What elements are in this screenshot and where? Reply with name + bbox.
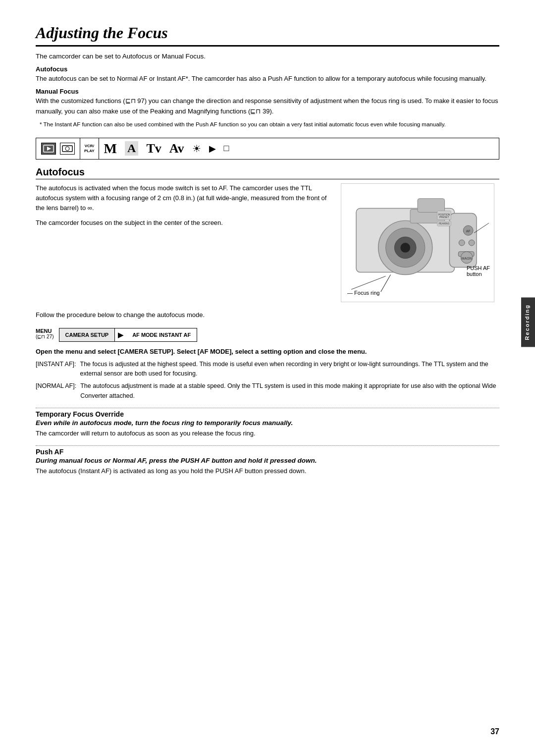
footnote-text: * The Instant AF function can also be us… — [40, 120, 499, 129]
menu-path-box: CAMERA SETUP ▶ AF MODE INSTANT AF — [59, 328, 198, 342]
menu-ref: (⊑⊓ 27) — [36, 334, 54, 339]
autofocus-intro-text: The autofocus can be set to Normal AF or… — [36, 74, 499, 84]
autofocus-body1: The autofocus is activated when the focu… — [36, 183, 331, 213]
camera-diagram: AF POSITION PRESET PEAKING MAGN — [341, 183, 494, 302]
mode-m: M — [104, 141, 117, 157]
autofocus-subhead: Autofocus — [36, 65, 499, 73]
push-af-desc: The autofocus (Instant AF) is activated … — [36, 466, 499, 476]
def-instant-af: [INSTANT AF]: The focus is adjusted at t… — [36, 360, 499, 379]
svg-text:PEAKING: PEAKING — [439, 222, 450, 225]
temp-focus-section: Temporary Focus Override Even while in a… — [36, 408, 499, 438]
def-normal-af: [NORMAL AF]: The autofocus adjustment is… — [36, 381, 499, 401]
temp-focus-bold: Even while in autofocus mode, turn the f… — [36, 419, 499, 427]
temp-focus-desc: The camcorder will return to autofocus a… — [36, 429, 499, 438]
focus-ring-diagram-label: — Focus ring — [347, 290, 379, 296]
intro-text: The camcorder can be set to Autofocus or… — [36, 52, 499, 61]
svg-rect-11 — [418, 199, 445, 213]
autofocus-section-heading: Autofocus — [36, 166, 499, 179]
still-mode-icon — [60, 143, 75, 155]
def-instant-af-term: [INSTANT AF]: — [36, 360, 76, 379]
push-af-diagram-label: PUSH AFbutton — [467, 265, 490, 277]
push-af-bold: During manual focus or Normal AF, press … — [36, 457, 499, 464]
page-number: 37 — [490, 727, 499, 736]
mode-square-icon: □ — [224, 143, 229, 154]
autofocus-body2: The camcorder focuses on the subject in … — [36, 218, 331, 228]
menu-label: MENU — [36, 328, 54, 334]
page-title: Adjusting the Focus — [36, 24, 499, 47]
svg-line-26 — [351, 276, 385, 289]
svg-point-8 — [400, 243, 410, 253]
mode-play-icon: ▶ — [209, 143, 216, 154]
svg-text:AF: AF — [466, 229, 471, 233]
movie-mode-icon — [41, 143, 56, 155]
temp-focus-heading: Temporary Focus Override — [36, 410, 499, 418]
follow-text: Follow the procedure below to change the… — [36, 310, 499, 320]
svg-point-15 — [459, 240, 465, 246]
menu-path-camera-setup: CAMERA SETUP — [59, 328, 115, 341]
svg-text:MAGN: MAGN — [462, 257, 472, 260]
mode-bar: VCR/ PLAY M A Tv Av ☀ ▶ □ — [36, 138, 499, 160]
mode-bar-left — [36, 138, 80, 159]
mode-tv: Tv — [146, 141, 161, 156]
def-normal-af-term: [NORMAL AF]: — [36, 381, 76, 401]
def-normal-af-desc: The autofocus adjustment is made at a st… — [80, 381, 499, 401]
push-af-section: Push AF During manual focus or Normal AF… — [36, 445, 499, 476]
autofocus-left-col: The autofocus is activated when the focu… — [36, 183, 331, 302]
side-tab-recording: Recording — [521, 297, 535, 347]
push-af-heading: Push AF — [36, 448, 499, 456]
menu-path-arrow: ▶ — [115, 331, 126, 339]
svg-point-3 — [65, 147, 69, 151]
mode-bar-modes: M A Tv Av ☀ ▶ □ — [99, 138, 499, 159]
svg-marker-1 — [47, 147, 51, 151]
mode-a: A — [125, 141, 138, 156]
mode-bar-vcr: VCR/ PLAY — [80, 138, 99, 159]
menu-path-section: MENU (⊑⊓ 27) CAMERA SETUP ▶ AF MODE INST… — [36, 328, 499, 342]
mode-av: Av — [169, 141, 184, 156]
menu-path-af-mode: AF MODE INSTANT AF — [126, 328, 197, 341]
svg-point-16 — [469, 240, 475, 246]
definitions-list: [INSTANT AF]: The focus is adjusted at t… — [36, 360, 499, 401]
svg-line-12 — [381, 274, 391, 292]
autofocus-right-col: AF POSITION PRESET PEAKING MAGN — [341, 183, 499, 302]
def-instant-af-desc: The focus is adjusted at the highest spe… — [80, 360, 500, 379]
mode-scene-icon: ☀ — [192, 143, 201, 155]
svg-text:PRESET: PRESET — [439, 216, 449, 218]
manual-focus-text: With the customized functions (⊑⊓ 97) yo… — [36, 96, 499, 116]
autofocus-two-col: The autofocus is activated when the focu… — [36, 183, 499, 302]
manual-focus-subhead: Manual Focus — [36, 88, 499, 95]
menu-label-group: MENU (⊑⊓ 27) — [36, 328, 54, 339]
instruction-bold: Open the menu and select [CAMERA SETUP].… — [36, 347, 499, 357]
